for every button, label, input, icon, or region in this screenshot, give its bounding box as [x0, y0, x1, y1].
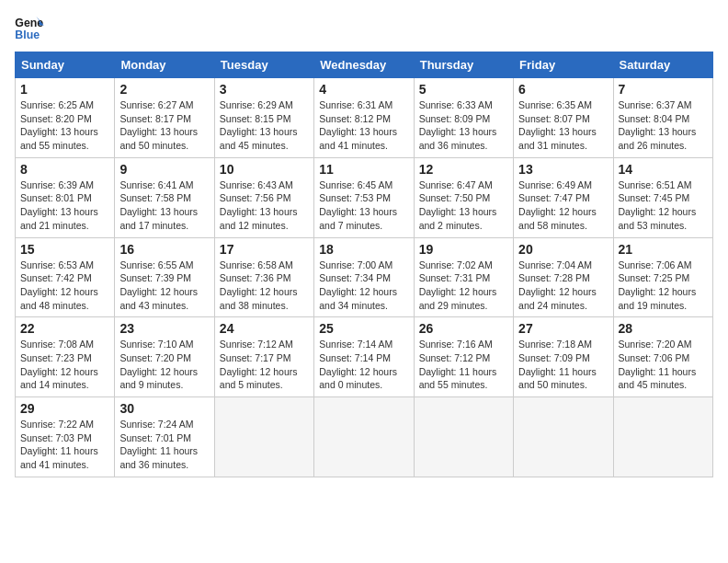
- calendar-day-cell: 2 Sunrise: 6:27 AM Sunset: 8:17 PM Dayli…: [115, 78, 214, 158]
- weekday-header: Tuesday: [214, 52, 313, 78]
- day-detail: Sunrise: 7:12 AM Sunset: 7:17 PM Dayligh…: [220, 338, 309, 392]
- calendar-day-cell: 22 Sunrise: 7:08 AM Sunset: 7:23 PM Dayl…: [16, 317, 115, 397]
- day-detail: Sunrise: 6:25 AM Sunset: 8:20 PM Dayligh…: [20, 98, 109, 153]
- day-number: 30: [119, 401, 209, 416]
- day-number: 10: [220, 162, 309, 177]
- weekday-header: Thursday: [414, 52, 513, 78]
- calendar-day-cell: 27 Sunrise: 7:18 AM Sunset: 7:09 PM Dayl…: [514, 317, 613, 397]
- day-detail: Sunrise: 6:37 AM Sunset: 8:04 PM Dayligh…: [619, 98, 708, 153]
- day-detail: Sunrise: 6:29 AM Sunset: 8:15 PM Dayligh…: [220, 98, 309, 153]
- day-number: 29: [20, 401, 109, 416]
- calendar-day-cell: 6 Sunrise: 6:35 AM Sunset: 8:07 PM Dayli…: [514, 78, 613, 158]
- calendar-day-cell: [613, 397, 712, 477]
- calendar-day-cell: 11 Sunrise: 6:45 AM Sunset: 7:53 PM Dayl…: [314, 157, 414, 237]
- weekday-header: Wednesday: [314, 52, 414, 78]
- day-detail: Sunrise: 7:06 AM Sunset: 7:25 PM Dayligh…: [619, 259, 708, 313]
- page-header: General Blue: [15, 15, 713, 40]
- logo: General Blue: [15, 15, 44, 40]
- calendar-day-cell: 17 Sunrise: 6:58 AM Sunset: 7:36 PM Dayl…: [214, 237, 313, 317]
- calendar-week-row: 8 Sunrise: 6:39 AM Sunset: 8:01 PM Dayli…: [16, 157, 713, 237]
- day-number: 7: [619, 82, 708, 97]
- day-number: 24: [220, 321, 309, 336]
- day-detail: Sunrise: 7:18 AM Sunset: 7:09 PM Dayligh…: [518, 338, 608, 392]
- day-detail: Sunrise: 6:58 AM Sunset: 7:36 PM Dayligh…: [220, 259, 309, 313]
- day-number: 19: [419, 242, 508, 257]
- day-number: 16: [119, 242, 209, 257]
- day-detail: Sunrise: 7:22 AM Sunset: 7:03 PM Dayligh…: [20, 418, 109, 472]
- calendar-day-cell: 21 Sunrise: 7:06 AM Sunset: 7:25 PM Dayl…: [613, 237, 712, 317]
- calendar-day-cell: 9 Sunrise: 6:41 AM Sunset: 7:58 PM Dayli…: [115, 157, 214, 237]
- day-number: 15: [20, 242, 109, 257]
- calendar-day-cell: 29 Sunrise: 7:22 AM Sunset: 7:03 PM Dayl…: [16, 397, 115, 477]
- calendar-header-row: SundayMondayTuesdayWednesdayThursdayFrid…: [16, 52, 713, 78]
- svg-text:Blue: Blue: [15, 29, 40, 40]
- calendar-day-cell: 19 Sunrise: 7:02 AM Sunset: 7:31 PM Dayl…: [414, 237, 513, 317]
- calendar-day-cell: 14 Sunrise: 6:51 AM Sunset: 7:45 PM Dayl…: [613, 157, 712, 237]
- day-number: 20: [518, 242, 608, 257]
- calendar-day-cell: 7 Sunrise: 6:37 AM Sunset: 8:04 PM Dayli…: [613, 78, 712, 158]
- calendar-day-cell: 3 Sunrise: 6:29 AM Sunset: 8:15 PM Dayli…: [214, 78, 313, 158]
- calendar-table: SundayMondayTuesdayWednesdayThursdayFrid…: [15, 52, 713, 477]
- day-detail: Sunrise: 6:55 AM Sunset: 7:39 PM Dayligh…: [119, 259, 209, 313]
- calendar-day-cell: 4 Sunrise: 6:31 AM Sunset: 8:12 PM Dayli…: [314, 78, 414, 158]
- calendar-day-cell: 5 Sunrise: 6:33 AM Sunset: 8:09 PM Dayli…: [414, 78, 513, 158]
- day-detail: Sunrise: 7:00 AM Sunset: 7:34 PM Dayligh…: [319, 259, 408, 313]
- calendar-week-row: 22 Sunrise: 7:08 AM Sunset: 7:23 PM Dayl…: [16, 317, 713, 397]
- day-detail: Sunrise: 6:49 AM Sunset: 7:47 PM Dayligh…: [518, 178, 608, 233]
- calendar-week-row: 1 Sunrise: 6:25 AM Sunset: 8:20 PM Dayli…: [16, 78, 713, 158]
- day-detail: Sunrise: 6:39 AM Sunset: 8:01 PM Dayligh…: [20, 178, 109, 233]
- day-number: 11: [319, 162, 408, 177]
- day-number: 27: [518, 321, 608, 336]
- calendar-day-cell: 26 Sunrise: 7:16 AM Sunset: 7:12 PM Dayl…: [414, 317, 513, 397]
- day-number: 26: [419, 321, 508, 336]
- calendar-day-cell: 24 Sunrise: 7:12 AM Sunset: 7:17 PM Dayl…: [214, 317, 313, 397]
- calendar-day-cell: 18 Sunrise: 7:00 AM Sunset: 7:34 PM Dayl…: [314, 237, 414, 317]
- calendar-day-cell: 8 Sunrise: 6:39 AM Sunset: 8:01 PM Dayli…: [16, 157, 115, 237]
- weekday-header: Monday: [115, 52, 214, 78]
- day-detail: Sunrise: 6:35 AM Sunset: 8:07 PM Dayligh…: [518, 98, 608, 153]
- weekday-header: Sunday: [16, 52, 115, 78]
- day-number: 28: [619, 321, 708, 336]
- calendar-day-cell: 20 Sunrise: 7:04 AM Sunset: 7:28 PM Dayl…: [514, 237, 613, 317]
- day-detail: Sunrise: 6:31 AM Sunset: 8:12 PM Dayligh…: [319, 98, 408, 153]
- day-number: 4: [319, 82, 408, 97]
- calendar-day-cell: [414, 397, 513, 477]
- day-detail: Sunrise: 7:16 AM Sunset: 7:12 PM Dayligh…: [419, 338, 508, 392]
- calendar-day-cell: [514, 397, 613, 477]
- calendar-week-row: 15 Sunrise: 6:53 AM Sunset: 7:42 PM Dayl…: [16, 237, 713, 317]
- day-number: 1: [20, 82, 109, 97]
- day-detail: Sunrise: 7:20 AM Sunset: 7:06 PM Dayligh…: [619, 338, 708, 392]
- day-number: 22: [20, 321, 109, 336]
- calendar-day-cell: 15 Sunrise: 6:53 AM Sunset: 7:42 PM Dayl…: [16, 237, 115, 317]
- day-detail: Sunrise: 6:53 AM Sunset: 7:42 PM Dayligh…: [20, 259, 109, 313]
- day-detail: Sunrise: 7:08 AM Sunset: 7:23 PM Dayligh…: [20, 338, 109, 392]
- calendar-day-cell: 28 Sunrise: 7:20 AM Sunset: 7:06 PM Dayl…: [613, 317, 712, 397]
- calendar-day-cell: 12 Sunrise: 6:47 AM Sunset: 7:50 PM Dayl…: [414, 157, 513, 237]
- day-detail: Sunrise: 7:14 AM Sunset: 7:14 PM Dayligh…: [319, 338, 408, 392]
- day-number: 14: [619, 162, 708, 177]
- day-number: 12: [419, 162, 508, 177]
- calendar-day-cell: [214, 397, 313, 477]
- day-detail: Sunrise: 7:04 AM Sunset: 7:28 PM Dayligh…: [518, 259, 608, 313]
- calendar-day-cell: 25 Sunrise: 7:14 AM Sunset: 7:14 PM Dayl…: [314, 317, 414, 397]
- day-detail: Sunrise: 7:24 AM Sunset: 7:01 PM Dayligh…: [119, 418, 209, 472]
- day-detail: Sunrise: 6:45 AM Sunset: 7:53 PM Dayligh…: [319, 178, 408, 233]
- day-detail: Sunrise: 7:10 AM Sunset: 7:20 PM Dayligh…: [119, 338, 209, 392]
- day-detail: Sunrise: 6:43 AM Sunset: 7:56 PM Dayligh…: [220, 178, 309, 233]
- calendar-day-cell: 1 Sunrise: 6:25 AM Sunset: 8:20 PM Dayli…: [16, 78, 115, 158]
- calendar-week-row: 29 Sunrise: 7:22 AM Sunset: 7:03 PM Dayl…: [16, 397, 713, 477]
- calendar-day-cell: 30 Sunrise: 7:24 AM Sunset: 7:01 PM Dayl…: [115, 397, 214, 477]
- calendar-day-cell: [314, 397, 414, 477]
- calendar-day-cell: 23 Sunrise: 7:10 AM Sunset: 7:20 PM Dayl…: [115, 317, 214, 397]
- day-detail: Sunrise: 6:41 AM Sunset: 7:58 PM Dayligh…: [119, 178, 209, 233]
- day-number: 17: [220, 242, 309, 257]
- day-number: 23: [119, 321, 209, 336]
- day-number: 3: [220, 82, 309, 97]
- day-detail: Sunrise: 7:02 AM Sunset: 7:31 PM Dayligh…: [419, 259, 508, 313]
- calendar-day-cell: 10 Sunrise: 6:43 AM Sunset: 7:56 PM Dayl…: [214, 157, 313, 237]
- day-detail: Sunrise: 6:33 AM Sunset: 8:09 PM Dayligh…: [419, 98, 508, 153]
- weekday-header: Saturday: [613, 52, 712, 78]
- day-number: 21: [619, 242, 708, 257]
- day-number: 2: [119, 82, 209, 97]
- day-number: 18: [319, 242, 408, 257]
